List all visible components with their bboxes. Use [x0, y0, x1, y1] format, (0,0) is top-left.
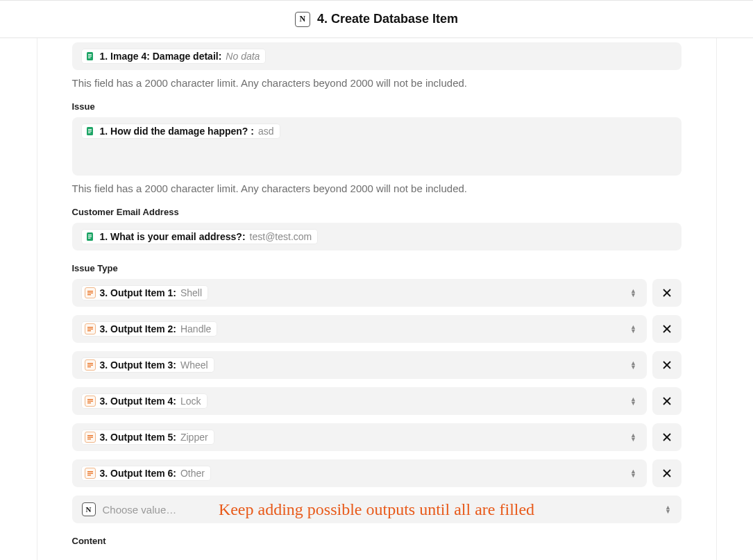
issue-label: Issue — [72, 101, 682, 112]
choose-value-select[interactable]: N Choose value… Keep adding possible out… — [72, 495, 682, 523]
close-icon — [661, 432, 672, 443]
svg-rect-39 — [87, 475, 91, 475]
output-item-value: Shell — [180, 287, 202, 298]
remove-button[interactable] — [652, 315, 682, 343]
svg-rect-9 — [88, 235, 92, 235]
choose-placeholder: Choose value… — [103, 504, 177, 516]
issue-type-select[interactable]: 3. Output Item 5: Zipper▲▼ — [72, 423, 647, 451]
issue-type-select[interactable]: 3. Output Item 1: Shell▲▼ — [72, 279, 647, 307]
svg-rect-3 — [88, 58, 91, 58]
output-item-chip: 3. Output Item 3: Wheel — [82, 358, 214, 372]
svg-rect-5 — [88, 129, 92, 130]
email-chip-value: test@test.com — [250, 231, 312, 242]
formatter-icon — [85, 432, 96, 443]
svg-rect-2 — [88, 56, 92, 56]
output-item-label: 3. Output Item 3: — [100, 359, 176, 371]
formatter-icon — [85, 359, 96, 371]
output-item-value: Other — [180, 468, 205, 479]
close-icon — [661, 359, 672, 371]
issue-type-label: Issue Type — [72, 263, 682, 273]
svg-rect-6 — [88, 130, 92, 131]
close-icon — [661, 323, 672, 334]
sort-icon: ▲▼ — [629, 433, 638, 441]
doc-icon — [85, 51, 96, 62]
config-panel: 1. Image 4: Damage detail: No data This … — [37, 38, 717, 560]
svg-rect-29 — [87, 402, 91, 403]
email-label: Customer Email Address — [72, 207, 682, 217]
issue-type-row: 3. Output Item 2: Handle▲▼ — [72, 315, 682, 343]
issue-type-row: 3. Output Item 1: Shell▲▼ — [72, 279, 682, 307]
issue-field[interactable]: 1. How did the damage happen? : asd — [72, 117, 682, 176]
svg-rect-1 — [88, 54, 92, 55]
svg-rect-32 — [87, 435, 93, 436]
content-label: Content — [72, 536, 682, 546]
notion-icon: N — [295, 12, 310, 27]
close-icon — [661, 468, 672, 479]
image4-field[interactable]: 1. Image 4: Damage detail: No data — [72, 42, 682, 70]
sort-icon: ▲▼ — [629, 469, 638, 477]
output-item-chip: 3. Output Item 4: Lock — [82, 394, 207, 408]
issue-help: This field has a 2000 character limit. A… — [72, 183, 682, 194]
sort-icon: ▲▼ — [629, 289, 638, 297]
formatter-icon — [85, 287, 96, 298]
output-item-label: 3. Output Item 5: — [100, 432, 176, 443]
svg-rect-37 — [87, 471, 93, 472]
remove-button[interactable] — [652, 459, 682, 487]
formatter-icon — [85, 468, 96, 479]
issue-type-select[interactable]: 3. Output Item 2: Handle▲▼ — [72, 315, 647, 343]
svg-rect-18 — [87, 329, 93, 330]
svg-rect-19 — [87, 330, 91, 331]
issue-type-select[interactable]: 3. Output Item 4: Lock▲▼ — [72, 387, 647, 415]
formatter-icon — [85, 396, 96, 407]
output-item-chip: 3. Output Item 6: Other — [82, 466, 210, 480]
remove-button[interactable] — [652, 279, 682, 307]
svg-rect-27 — [87, 399, 93, 400]
issue-chip-label: 1. How did the damage happen? : — [100, 126, 254, 137]
svg-rect-11 — [88, 238, 91, 239]
svg-rect-7 — [88, 133, 91, 133]
svg-rect-10 — [88, 236, 92, 237]
image4-chip-label: 1. Image 4: Damage detail: — [100, 51, 222, 62]
issue-chip-value: asd — [258, 126, 274, 137]
image4-chip-value: No data — [226, 51, 260, 62]
sort-icon: ▲▼ — [629, 361, 638, 369]
remove-button[interactable] — [652, 351, 682, 379]
close-icon — [661, 287, 672, 298]
remove-button[interactable] — [652, 387, 682, 415]
page-title: 4. Create Database Item — [317, 12, 458, 26]
email-field[interactable]: 1. What is your email address?: test@tes… — [72, 223, 682, 251]
svg-rect-12 — [87, 291, 93, 291]
issue-type-row: 3. Output Item 3: Wheel▲▼ — [72, 351, 682, 379]
svg-rect-23 — [87, 365, 93, 366]
image4-help: This field has a 2000 character limit. A… — [72, 77, 682, 89]
svg-rect-22 — [87, 363, 93, 364]
annotation-text: Keep adding possible outputs until all a… — [219, 500, 534, 519]
svg-rect-17 — [87, 327, 93, 328]
issue-type-row: 3. Output Item 5: Zipper▲▼ — [72, 423, 682, 451]
image4-chip: 1. Image 4: Damage detail: No data — [82, 49, 266, 63]
doc-icon — [85, 231, 96, 242]
svg-rect-13 — [87, 293, 93, 294]
output-item-chip: 3. Output Item 1: Shell — [82, 286, 208, 300]
output-item-chip: 3. Output Item 2: Handle — [82, 322, 217, 336]
sort-icon: ▲▼ — [629, 325, 638, 333]
remove-button[interactable] — [652, 423, 682, 451]
svg-rect-38 — [87, 473, 93, 474]
issue-type-row: 3. Output Item 4: Lock▲▼ — [72, 387, 682, 415]
output-item-value: Wheel — [180, 359, 208, 371]
sort-icon: ▲▼ — [663, 505, 673, 514]
page-header: N 4. Create Database Item — [0, 0, 753, 38]
doc-icon — [85, 126, 96, 137]
output-item-label: 3. Output Item 4: — [100, 396, 176, 407]
svg-rect-28 — [87, 401, 93, 402]
formatter-icon — [85, 323, 96, 334]
output-item-value: Handle — [180, 323, 211, 334]
output-item-label: 3. Output Item 2: — [100, 323, 176, 334]
output-item-value: Zipper — [180, 432, 208, 443]
email-chip: 1. What is your email address?: test@tes… — [82, 230, 318, 244]
output-item-label: 3. Output Item 1: — [100, 287, 176, 298]
issue-chip: 1. How did the damage happen? : asd — [82, 124, 280, 138]
svg-rect-14 — [87, 294, 91, 295]
issue-type-select[interactable]: 3. Output Item 6: Other▲▼ — [72, 459, 647, 487]
issue-type-select[interactable]: 3. Output Item 3: Wheel▲▼ — [72, 351, 647, 379]
